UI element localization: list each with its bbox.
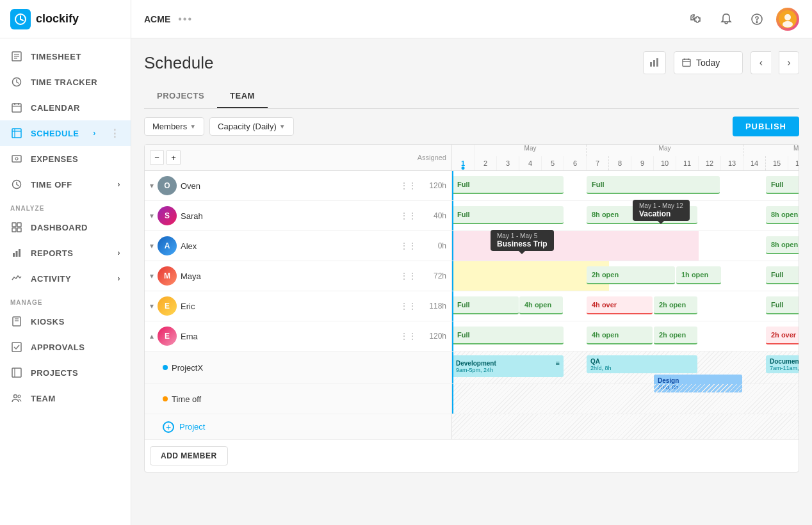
sidebar-item-time-tracker[interactable]: TIME TRACKER [0, 69, 131, 95]
add-member-area: ADD MEMBER [145, 440, 799, 472]
schedule-dots-icon: ⋮ [110, 127, 120, 140]
sarah-dots[interactable]: ⋮⋮ [400, 211, 417, 220]
maya-cells: 2h open 1h open Full [452, 261, 799, 291]
ema-cells: Full 4h open 2h open 2h over 4h over [452, 321, 799, 351]
app-logo[interactable]: clockify [0, 0, 131, 38]
minus-btn[interactable]: − [150, 150, 164, 165]
timeoff-cells: 8h/d, 16h [452, 384, 799, 414]
sidebar-item-approvals[interactable]: APPROVALS [0, 334, 131, 360]
app-name: clockify [36, 12, 79, 26]
svg-point-35 [783, 21, 793, 28]
sidebar-item-dashboard[interactable]: DASHBOARD [0, 214, 131, 240]
svg-rect-17 [17, 223, 21, 227]
oven-block-1: Full [452, 176, 564, 194]
projectx-dot [163, 365, 168, 370]
sidebar-item-calendar[interactable]: CALENDAR [0, 95, 131, 120]
sidebar-item-timesheet[interactable]: TIMESHEET [0, 44, 131, 69]
bell-icon[interactable] [715, 8, 738, 31]
svg-rect-21 [16, 251, 18, 257]
timeoff-icon [10, 178, 23, 191]
org-more-icon[interactable]: ••• [178, 13, 193, 25]
members-filter[interactable]: Members ▼ [144, 117, 204, 136]
eric-avatar: E [158, 296, 177, 316]
tab-projects[interactable]: PROJECTS [144, 85, 217, 108]
add-member-button[interactable]: ADD MEMBER [150, 446, 228, 465]
sidebar-item-kiosks[interactable]: KIOSKS [0, 309, 131, 334]
maya-hours: 72h [421, 271, 446, 280]
eric-4hopen: 4h open [519, 296, 563, 314]
sidebar-item-schedule[interactable]: SCHEDULE › ⋮ [0, 120, 131, 146]
eric-dots[interactable]: ⋮⋮ [400, 302, 417, 311]
svg-point-14 [15, 158, 18, 160]
oven-name: Oven [181, 181, 396, 191]
alex-avatar: A [158, 236, 177, 255]
manage-section-label: MANAGE [0, 291, 131, 309]
org-name: ACME [144, 14, 170, 24]
puzzle-icon[interactable] [684, 8, 707, 31]
kiosks-icon [10, 315, 23, 328]
sidebar-item-expenses[interactable]: EXPENSES [0, 146, 131, 172]
alex-dots[interactable]: ⋮⋮ [400, 241, 417, 250]
calendar-icon [10, 101, 23, 114]
row-sarah: ▾ S Sarah ⋮⋮ 40h Full 8h open 8h open [145, 201, 799, 231]
sidebar-item-time-off[interactable]: TIME OFF › [0, 172, 131, 197]
today-nav-btn[interactable]: Today [674, 51, 743, 74]
oven-dots[interactable]: ⋮⋮ [400, 181, 417, 190]
user-avatar[interactable] [776, 8, 799, 31]
timeoff-name: Time off [172, 394, 201, 404]
ema-2hopen: 2h open [654, 327, 697, 344]
row-alex: ▾ A Alex ⋮⋮ 0h May 1 - May 5 Business Tr… [145, 231, 799, 261]
svg-point-34 [784, 14, 791, 20]
alex-expand[interactable]: ▾ [150, 241, 154, 250]
eric-cells: Full 4h open 4h over 2h open Full 4h ove… [452, 291, 799, 321]
ema-4hopen: 4h open [587, 327, 653, 344]
schedule-chevron-icon: › [93, 129, 96, 138]
sidebar-item-reports[interactable]: REPORTS › [0, 240, 131, 266]
sarah-hours: 40h [421, 211, 446, 220]
oven-expand[interactable]: ▾ [150, 181, 154, 190]
timeoff-chevron-icon: › [118, 180, 121, 189]
eric-name: Eric [181, 302, 396, 311]
today-line [452, 291, 453, 321]
capacity-filter[interactable]: Capacity (Daily) ▼ [209, 117, 294, 136]
ema-hours: 120h [421, 332, 446, 341]
help-icon[interactable] [745, 8, 768, 31]
alex-left: ▾ A Alex ⋮⋮ 0h [145, 231, 452, 261]
ema-expand[interactable]: ▴ [150, 332, 154, 341]
timesheet-icon [10, 50, 23, 63]
ema-dots[interactable]: ⋮⋮ [400, 332, 417, 341]
add-project-btn[interactable]: + Project [145, 414, 452, 439]
maya-expand[interactable]: ▾ [150, 271, 154, 280]
svg-rect-6 [12, 104, 21, 112]
eric-expand[interactable]: ▾ [150, 302, 154, 311]
sidebar-item-team[interactable]: TEAM [0, 385, 131, 411]
logo-icon [10, 9, 31, 29]
sarah-expand[interactable]: ▾ [150, 211, 154, 220]
sidebar-item-projects[interactable]: PROJECTS [0, 360, 131, 385]
assigned-label: Assigned [418, 154, 446, 161]
publish-button[interactable]: PUBLISH [733, 117, 799, 136]
today-line [452, 231, 453, 261]
maya-dots[interactable]: ⋮⋮ [400, 271, 417, 280]
today-line [452, 321, 453, 351]
eric-full2: Full [766, 296, 799, 314]
prev-arrow[interactable]: ‹ [751, 51, 771, 74]
alex-hours: 0h [421, 241, 446, 250]
sidebar-item-activity[interactable]: ACTIVITY › [0, 266, 131, 291]
svg-rect-37 [653, 60, 655, 67]
plus-btn[interactable]: + [166, 150, 181, 165]
subrow-projectx: ProjectX Development ≡ 9am-5pm, 24h [145, 351, 799, 384]
ema-name: Ema [181, 332, 396, 341]
projectx-doc-task: Documentation 7am-11am, 20h [766, 355, 799, 373]
approvals-icon [10, 341, 23, 353]
svg-rect-10 [12, 129, 21, 138]
date-columns: May May May 1 2 3 [452, 145, 799, 170]
team-icon [10, 392, 23, 405]
oven-block-3: Full [766, 176, 799, 194]
today-line [452, 201, 453, 230]
ema-left: ▴ E Ema ⋮⋮ 120h [145, 321, 452, 351]
reports-chevron-icon: › [118, 248, 121, 257]
chart-icon-btn[interactable] [643, 51, 666, 74]
tab-team[interactable]: TEAM [217, 85, 268, 108]
next-arrow[interactable]: › [779, 51, 799, 74]
